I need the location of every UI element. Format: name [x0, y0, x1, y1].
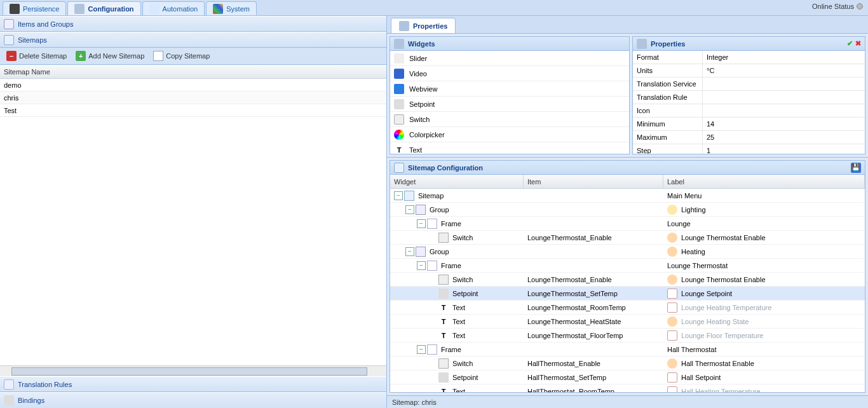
- text-icon: T: [394, 145, 404, 154]
- apply-icon[interactable]: ✔: [847, 39, 853, 48]
- label-text: Hall Thermostat Enable: [681, 360, 754, 367]
- property-row[interactable]: FormatInteger: [633, 51, 865, 64]
- property-row[interactable]: Minimum14: [633, 118, 865, 131]
- collapse-icon[interactable]: −: [405, 205, 414, 214]
- widget-name: Frame: [441, 262, 461, 269]
- sitemap-row[interactable]: Test: [0, 104, 386, 117]
- therm-icon: [667, 330, 677, 341]
- property-row[interactable]: Maximum25: [633, 131, 865, 144]
- accordion-translation-rules[interactable]: Translation Rules: [0, 376, 386, 392]
- widget-colorpicker[interactable]: Colorpicker: [390, 127, 629, 142]
- property-value[interactable]: [703, 104, 865, 117]
- col-label[interactable]: Label: [663, 175, 865, 188]
- translation-label: Translation Rules: [18, 381, 72, 388]
- widget-slider[interactable]: Slider: [390, 51, 629, 66]
- label-text: Lounge Heating Temperature: [681, 304, 771, 311]
- tab-system[interactable]: System: [206, 1, 257, 15]
- widget-switch[interactable]: Switch: [390, 112, 629, 127]
- widget-setpoint[interactable]: Setpoint: [390, 97, 629, 112]
- property-row[interactable]: Units°C: [633, 64, 865, 78]
- tree-header: Widget Item Label: [390, 175, 865, 189]
- add-sitemap-button[interactable]: +Add New Sitemap: [72, 50, 148, 62]
- property-value[interactable]: °C: [703, 64, 865, 77]
- tab-automation[interactable]: Automation: [142, 1, 205, 15]
- label-text: Heating: [681, 248, 705, 255]
- widget-name: Text: [452, 332, 465, 339]
- item-name: LoungeThermostat_Enable: [524, 234, 663, 241]
- widget-webview[interactable]: Webview: [390, 81, 629, 97]
- copy-sitemap-button[interactable]: Copy Sitemap: [149, 50, 214, 62]
- tree-row[interactable]: −FrameHall Thermostat: [390, 343, 865, 357]
- col-widget[interactable]: Widget: [390, 175, 524, 188]
- label-text: Lounge: [667, 220, 691, 228]
- tree-row[interactable]: SetpointHallThermostat_SetTempHall Setpo…: [390, 371, 865, 384]
- sitemap-icon: [404, 191, 414, 201]
- collapse-icon[interactable]: −: [417, 261, 426, 270]
- tree-row[interactable]: −SitemapMain Menu: [390, 189, 865, 203]
- horizontal-scrollbar[interactable]: [0, 365, 386, 376]
- widget-name: Setpoint: [452, 374, 478, 381]
- collapse-icon[interactable]: −: [417, 345, 426, 354]
- accordion-items-groups[interactable]: Items and Groups: [0, 16, 386, 32]
- tab-properties[interactable]: Properties: [391, 18, 456, 33]
- tree-row[interactable]: TTextLoungeThermostat_HeatStateLounge He…: [390, 315, 865, 329]
- property-value[interactable]: [703, 91, 865, 104]
- label-text: Lounge Thermostat: [667, 262, 728, 269]
- text-icon: T: [438, 316, 449, 327]
- col-item[interactable]: Item: [524, 175, 663, 188]
- heat-icon: [667, 233, 677, 243]
- tree-row[interactable]: SwitchLoungeThermostat_EnableLounge Ther…: [390, 273, 865, 287]
- property-row[interactable]: Translation Rule: [633, 91, 865, 104]
- property-row[interactable]: Icon: [633, 104, 865, 118]
- widget-text[interactable]: TText: [390, 142, 629, 154]
- property-value[interactable]: 1: [703, 144, 865, 154]
- property-value[interactable]: 14: [703, 118, 865, 130]
- widget-name: Text: [452, 318, 465, 325]
- widget-video[interactable]: Video: [390, 66, 629, 81]
- tab-persistence[interactable]: Persistence: [3, 1, 66, 15]
- widget-name: Text: [452, 304, 465, 311]
- accordion-sitemaps[interactable]: Sitemaps: [0, 32, 386, 48]
- tree-row[interactable]: −FrameLounge Thermostat: [390, 259, 865, 273]
- gear-icon: [394, 39, 404, 49]
- property-key: Format: [633, 51, 703, 64]
- property-row[interactable]: Translation Service: [633, 78, 865, 91]
- sitemap-row[interactable]: chris: [0, 92, 386, 104]
- minus-icon: –: [6, 51, 17, 61]
- sitemap-row[interactable]: demo: [0, 79, 386, 92]
- right-column: Properties Widgets SliderVideoWebviewSet…: [387, 16, 868, 408]
- label-text: Lounge Thermostat Enable: [681, 276, 766, 283]
- tree-row[interactable]: −GroupLighting: [390, 203, 865, 217]
- tree-row[interactable]: TTextHallThermostat_RoomTempHall Heating…: [390, 384, 865, 392]
- frame-icon: [427, 261, 437, 271]
- sitemap-grid-header[interactable]: Sitemap Name: [0, 65, 386, 79]
- property-value[interactable]: [703, 78, 865, 90]
- property-value[interactable]: Integer: [703, 51, 865, 64]
- property-row[interactable]: Step1: [633, 144, 865, 154]
- property-key: Maximum: [633, 131, 703, 144]
- label-text: Lighting: [681, 206, 706, 214]
- tree-row[interactable]: TTextLoungeThermostat_RoomTempLounge Hea…: [390, 301, 865, 315]
- tree-row[interactable]: TTextLoungeThermostat_FloorTempLounge Fl…: [390, 329, 865, 343]
- collapse-icon[interactable]: −: [405, 247, 414, 256]
- light-icon: [667, 205, 677, 215]
- tab-configuration[interactable]: Configuration: [67, 1, 140, 15]
- collapse-icon[interactable]: −: [394, 191, 403, 200]
- status-led-icon: [857, 3, 863, 10]
- sitemap-icon: [394, 163, 404, 173]
- tree-row[interactable]: SwitchLoungeThermostat_EnableLounge Ther…: [390, 231, 865, 245]
- save-icon[interactable]: 💾: [851, 163, 861, 173]
- collapse-icon[interactable]: −: [417, 219, 426, 228]
- tree-row[interactable]: −FrameLounge: [390, 217, 865, 231]
- item-name: HallThermostat_RoomTemp: [524, 388, 663, 393]
- item-name: LoungeThermostat_RoomTemp: [524, 304, 663, 311]
- property-value[interactable]: 25: [703, 131, 865, 144]
- delete-sitemap-button[interactable]: –Delete Sitemap: [3, 50, 71, 62]
- tree-row[interactable]: SetpointLoungeThermostat_SetTempLounge S…: [390, 287, 865, 301]
- accordion-bindings[interactable]: Bindings: [0, 392, 386, 408]
- cancel-icon[interactable]: ✖: [855, 39, 861, 48]
- label-text: Hall Thermostat: [667, 346, 716, 353]
- tree-row[interactable]: −GroupHeating: [390, 245, 865, 259]
- tree-row[interactable]: SwitchHallThermostat_EnableHall Thermost…: [390, 357, 865, 371]
- sitemap-config-panel: Sitemap Configuration 💾 Widget Item Labe…: [390, 160, 865, 393]
